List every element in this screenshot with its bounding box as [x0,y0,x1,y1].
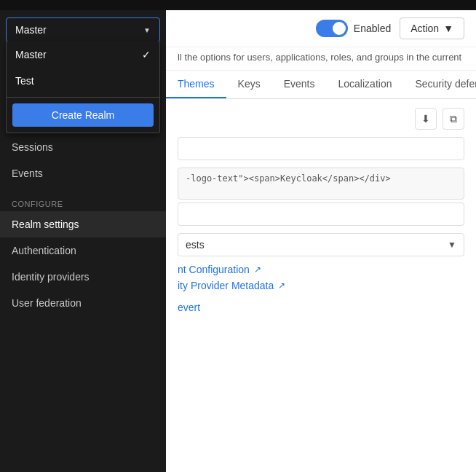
dropdown-divider [7,97,159,98]
configure-label: Configure [0,192,166,211]
tab-keys[interactable]: Keys [226,71,272,98]
nav-section-configure: Configure Realm settings Authentication … [0,192,166,316]
realm-dropdown-trigger[interactable]: Master ▼ [7,18,159,42]
form-area: ⬇ ⧉ -logo-text"><span>Keycloak</span></d… [166,99,476,472]
sidebar-item-realm-settings[interactable]: Realm settings [0,211,166,237]
chevron-down-icon: ▼ [143,26,151,34]
tab-themes[interactable]: Themes [166,71,226,98]
tab-label: Events [284,78,315,90]
sidebar-item-identity-providers[interactable]: Identity providers [0,264,166,290]
sidebar-item-label: Authentication [12,245,76,256]
form-select-label: ests [186,239,205,251]
tab-security-defenses[interactable]: Security defens [403,71,476,98]
realm-option-label: Master [15,49,47,60]
form-textarea[interactable]: -logo-text"><span>Keycloak</span></div> [178,168,464,200]
realm-dropdown[interactable]: Master ▼ Master ✓ Test Create Realm [6,17,160,42]
sidebar-item-label: Realm settings [12,219,79,230]
realm-option-master[interactable]: Master ✓ [7,42,159,68]
realm-option-test[interactable]: Test [7,68,159,94]
create-realm-button[interactable]: Create Realm [12,103,154,127]
external-link-icon: ↗ [278,280,285,291]
realm-option-label: Test [15,75,34,87]
copy-icon-button[interactable]: ⧉ [443,108,464,130]
enabled-toggle[interactable] [316,20,348,37]
tab-label: Security defens [415,78,476,90]
toggle-label: Enabled [354,23,391,34]
sidebar-item-label: User federation [12,297,82,309]
realm-selected-label: Master [15,24,47,36]
description-text: ll the options for users, applications, … [166,47,476,71]
action-label: Action [410,23,439,34]
sidebar-item-user-federation[interactable]: User federation [0,290,166,316]
top-bar [0,0,476,10]
main-content: Enabled Action ▼ ll the options for user… [166,10,476,472]
tab-events[interactable]: Events [272,71,327,98]
sidebar-item-authentication[interactable]: Authentication [0,237,166,264]
download-icon-button[interactable]: ⬇ [415,108,437,130]
revert-link[interactable]: evert [178,302,200,313]
form-toolbar: ⬇ ⧉ [178,108,464,130]
sidebar-item-label: Identity providers [12,271,90,283]
tab-localization[interactable]: Localization [327,71,404,98]
toggle-container: Enabled [316,20,391,37]
copy-icon: ⧉ [450,113,457,125]
action-button[interactable]: Action ▼ [400,17,464,39]
tab-label: Localization [338,78,392,90]
form-input-2[interactable] [178,202,464,226]
tabs-bar: Themes Keys Events Localization Security… [166,71,476,99]
download-icon: ⬇ [421,113,430,125]
sidebar: Master ▼ Master ✓ Test Create Realm Real… [0,10,166,472]
external-link-icon: ↗ [254,264,261,275]
sidebar-item-events[interactable]: Events [0,160,166,186]
sidebar-item-label: Sessions [12,141,53,153]
link-label: ity Provider Metadata [178,280,274,291]
content-header: Enabled Action ▼ [166,10,476,47]
tab-label: Themes [178,78,215,90]
check-icon: ✓ [142,49,151,60]
link-identity-provider-metadata[interactable]: ity Provider Metadata ↗ [178,280,464,291]
link-label: nt Configuration [178,264,250,275]
sidebar-item-label: Events [12,168,43,179]
chevron-down-icon: ▼ [448,240,456,250]
main-layout: Master ▼ Master ✓ Test Create Realm Real… [0,10,476,472]
form-footer: evert [178,296,464,313]
realm-dropdown-menu: Master ✓ Test Create Realm [6,42,160,133]
sidebar-item-sessions[interactable]: Sessions [0,134,166,160]
form-select[interactable]: ests ▼ [178,233,464,256]
tab-label: Keys [238,78,261,90]
link-nt-configuration[interactable]: nt Configuration ↗ [178,264,464,275]
form-input-1[interactable] [178,137,464,160]
chevron-down-icon: ▼ [443,23,453,34]
